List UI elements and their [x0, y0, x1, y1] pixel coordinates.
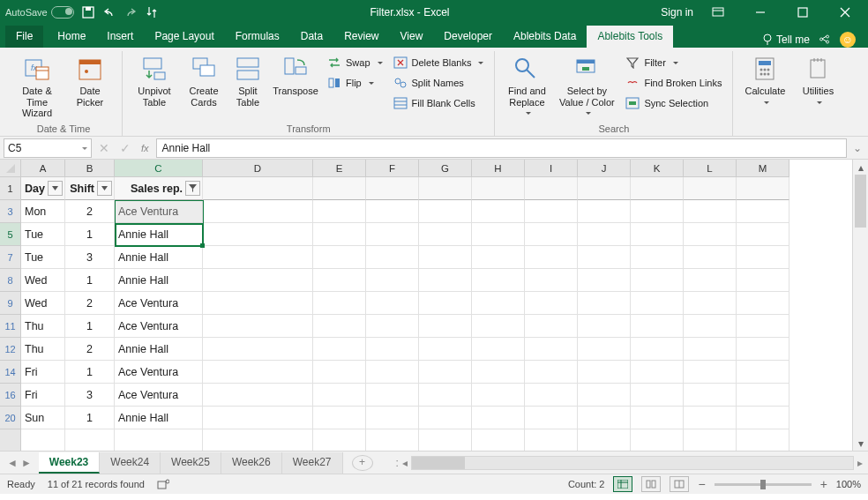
- view-page-break-icon[interactable]: [670, 476, 689, 492]
- row-header[interactable]: 14: [0, 361, 21, 384]
- column-header-I[interactable]: I: [525, 160, 578, 177]
- zoom-slider[interactable]: [715, 483, 812, 486]
- calculate-button[interactable]: Calculate: [740, 51, 789, 105]
- cell-sales-rep[interactable]: Ace Ventura: [115, 315, 203, 338]
- cell-empty[interactable]: [313, 384, 366, 407]
- cell-empty[interactable]: [684, 269, 737, 292]
- enter-formula-icon[interactable]: ✓: [116, 141, 134, 155]
- tab-ablebits-tools[interactable]: Ablebits Tools: [587, 26, 673, 48]
- cell-empty[interactable]: [203, 407, 313, 429]
- cell-day[interactable]: Tue: [21, 246, 65, 269]
- hscroll-left-icon[interactable]: ◂: [402, 457, 408, 469]
- tab-page-layout[interactable]: Page Layout: [144, 26, 224, 48]
- cell-empty[interactable]: [203, 269, 313, 292]
- cell-empty[interactable]: [366, 269, 419, 292]
- find-replace-button[interactable]: Find and Replace: [502, 51, 551, 116]
- cell-empty[interactable]: [631, 384, 684, 407]
- split-table-button[interactable]: Split Table: [228, 51, 267, 108]
- cell-empty[interactable]: [203, 338, 313, 361]
- cell-empty[interactable]: [578, 269, 631, 292]
- cell-empty[interactable]: [578, 315, 631, 338]
- find-broken-links-button[interactable]: Find Broken Links: [622, 73, 725, 93]
- cell-shift[interactable]: 1: [65, 407, 115, 429]
- cell-empty[interactable]: [631, 361, 684, 384]
- fx-icon[interactable]: fx: [141, 143, 149, 153]
- maximize-button[interactable]: [785, 0, 820, 25]
- cell-empty[interactable]: [203, 384, 313, 407]
- cell-day[interactable]: Thu: [21, 315, 65, 338]
- cell-empty[interactable]: [631, 292, 684, 315]
- transpose-button[interactable]: Transpose: [271, 51, 320, 97]
- cell-empty[interactable]: [419, 338, 472, 361]
- cell-empty[interactable]: [737, 200, 789, 223]
- cell-empty[interactable]: [578, 407, 631, 429]
- share-icon[interactable]: [819, 34, 831, 46]
- cell-empty[interactable]: [737, 292, 789, 315]
- cell-empty[interactable]: [366, 223, 419, 246]
- cell-empty[interactable]: [631, 338, 684, 361]
- scroll-up-icon[interactable]: ▴: [853, 160, 868, 175]
- sheet-tab-week27[interactable]: Week27: [282, 452, 343, 474]
- cell-empty[interactable]: [578, 338, 631, 361]
- cell-empty[interactable]: [313, 292, 366, 315]
- column-header-E[interactable]: E: [313, 160, 366, 177]
- column-header-L[interactable]: L: [684, 160, 737, 177]
- select-by-value-button[interactable]: Select by Value / Color: [555, 51, 618, 116]
- cell-empty[interactable]: [366, 200, 419, 223]
- cell-empty[interactable]: [684, 361, 737, 384]
- unpivot-table-button[interactable]: Unpivot Table: [130, 51, 179, 108]
- new-sheet-button[interactable]: +: [352, 455, 373, 471]
- tab-formulas[interactable]: Formulas: [225, 26, 290, 48]
- cell-empty[interactable]: [631, 246, 684, 269]
- column-header-C[interactable]: C: [115, 160, 203, 177]
- cell-empty[interactable]: [366, 384, 419, 407]
- cell-shift[interactable]: 1: [65, 223, 115, 246]
- filter-dropdown-icon[interactable]: [97, 181, 112, 196]
- cell-empty[interactable]: [472, 292, 525, 315]
- cell-empty[interactable]: [472, 315, 525, 338]
- feedback-icon[interactable]: ☺: [840, 32, 856, 48]
- cell-day[interactable]: Wed: [21, 269, 65, 292]
- column-header-H[interactable]: H: [472, 160, 525, 177]
- view-normal-icon[interactable]: [613, 476, 632, 492]
- cell-empty[interactable]: [578, 246, 631, 269]
- cell-empty[interactable]: [472, 338, 525, 361]
- sign-in-link[interactable]: Sign in: [661, 6, 693, 19]
- cell-empty[interactable]: [203, 361, 313, 384]
- cell-shift[interactable]: 1: [65, 361, 115, 384]
- row-header[interactable]: 9: [0, 292, 21, 315]
- save-icon[interactable]: [81, 5, 95, 19]
- row-header[interactable]: 11: [0, 315, 21, 338]
- sheet-tab-week25[interactable]: Week25: [161, 452, 221, 474]
- cell-empty[interactable]: [578, 384, 631, 407]
- filter-button[interactable]: Filter: [622, 53, 725, 72]
- cell-empty[interactable]: [313, 269, 366, 292]
- tab-data[interactable]: Data: [290, 26, 333, 48]
- cell-empty[interactable]: [366, 292, 419, 315]
- cell-empty[interactable]: [525, 384, 578, 407]
- zoom-out-button[interactable]: −: [698, 477, 705, 491]
- cell-empty[interactable]: [203, 292, 313, 315]
- cell-empty[interactable]: [737, 315, 789, 338]
- row-header[interactable]: 1: [0, 177, 21, 200]
- formula-input[interactable]: Annie Hall: [156, 138, 847, 158]
- cell-empty[interactable]: [419, 269, 472, 292]
- flip-button[interactable]: Flip: [324, 73, 386, 93]
- column-header-G[interactable]: G: [419, 160, 472, 177]
- cell-sales-rep[interactable]: Annie Hall: [115, 269, 203, 292]
- cell-empty[interactable]: [203, 200, 313, 223]
- cell-empty[interactable]: [578, 200, 631, 223]
- cell-empty[interactable]: [631, 269, 684, 292]
- cell-sales-rep[interactable]: Ace Ventura: [115, 292, 203, 315]
- cell-empty[interactable]: [684, 246, 737, 269]
- sheet-nav-next-icon[interactable]: ►: [21, 457, 32, 469]
- cell-empty[interactable]: [419, 384, 472, 407]
- utilities-button[interactable]: Utilities: [793, 51, 842, 105]
- cell-day[interactable]: Fri: [21, 384, 65, 407]
- date-picker-button[interactable]: Date Picker: [65, 51, 115, 108]
- cell-shift[interactable]: 2: [65, 200, 115, 223]
- create-cards-button[interactable]: Create Cards: [183, 51, 225, 108]
- row-header[interactable]: 20: [0, 407, 21, 429]
- cell-day[interactable]: Mon: [21, 200, 65, 223]
- cell-empty[interactable]: [366, 246, 419, 269]
